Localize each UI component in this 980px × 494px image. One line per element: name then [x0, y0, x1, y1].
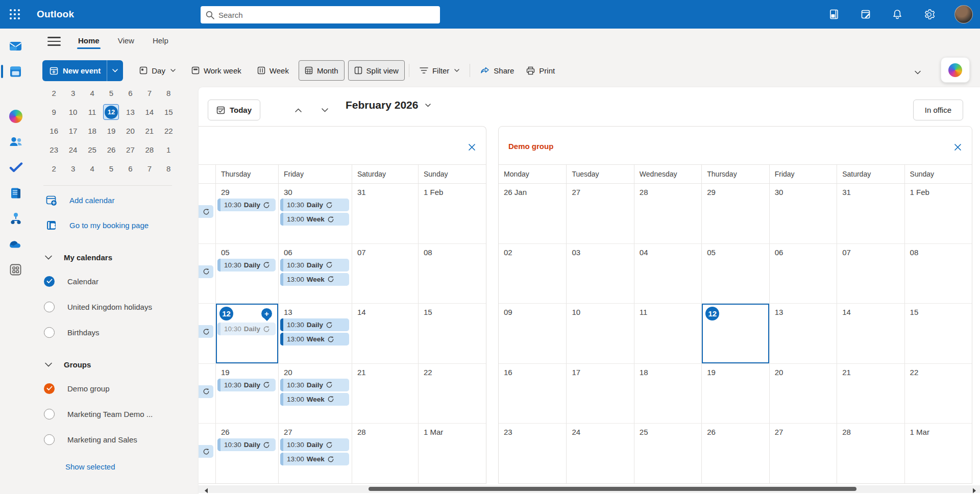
- view-button-split-view[interactable]: Split view: [348, 60, 405, 81]
- mini-calendar-selected-day[interactable]: 12: [103, 104, 119, 120]
- calendar-day-cell[interactable]: 3010:30Daily13:00Week: [278, 184, 352, 243]
- calendar-list-item[interactable]: Birthdays: [31, 319, 199, 345]
- calendar-day-cell[interactable]: 07: [352, 244, 418, 304]
- calendar-day-cell[interactable]: 31: [352, 184, 418, 243]
- mini-calendar-day[interactable]: 11: [85, 105, 100, 120]
- rail-more-apps-icon[interactable]: [5, 259, 27, 280]
- panel-close-icon[interactable]: [464, 140, 479, 154]
- share-button[interactable]: Share: [474, 60, 520, 81]
- mini-calendar-day[interactable]: 20: [122, 124, 138, 139]
- calendar-day-cell[interactable]: 22: [904, 364, 972, 424]
- calendar-day-cell[interactable]: 12+10:30Daily: [215, 304, 278, 363]
- mini-calendar-day[interactable]: 7: [142, 161, 157, 177]
- copilot-button[interactable]: [941, 57, 970, 83]
- clipped-event-pill[interactable]: [199, 265, 213, 278]
- search-input[interactable]: Search: [201, 6, 440, 23]
- calendar-day-cell[interactable]: 19: [701, 364, 769, 424]
- mini-calendar-day[interactable]: 21: [142, 124, 157, 139]
- calendar-day-cell[interactable]: 1 Feb: [904, 184, 972, 243]
- event-pill[interactable]: 13:00Week: [280, 333, 349, 345]
- calendar-day-cell[interactable]: 22: [418, 364, 486, 424]
- calendar-day-cell[interactable]: 27: [769, 424, 837, 483]
- rail-mail-icon[interactable]: [5, 36, 27, 56]
- new-event-button[interactable]: New event: [42, 60, 123, 81]
- calendar-day-cell[interactable]: 21: [837, 364, 904, 424]
- calendar-day-cell[interactable]: 31: [837, 184, 904, 243]
- mini-calendar-day[interactable]: 27: [122, 142, 138, 158]
- calendar-list-item[interactable]: Calendar: [31, 268, 199, 294]
- mini-calendar-day[interactable]: 28: [142, 142, 157, 158]
- calendar-day-cell[interactable]: 0510:30Daily: [215, 244, 278, 304]
- calendar-checkbox-unchecked[interactable]: [44, 409, 55, 419]
- calendar-day-cell[interactable]: 1 Feb: [418, 184, 486, 243]
- event-pill[interactable]: 10:30Daily: [217, 379, 276, 391]
- calendar-day-cell[interactable]: 26: [701, 424, 769, 483]
- mini-calendar-day[interactable]: 1: [161, 142, 176, 158]
- event-pill[interactable]: 10:30Daily: [280, 318, 349, 331]
- event-pill[interactable]: 10:30Daily: [217, 323, 276, 335]
- mini-calendar-day[interactable]: 23: [46, 142, 62, 158]
- mini-calendar-day[interactable]: 5: [104, 161, 119, 177]
- mini-calendar-day[interactable]: 6: [122, 161, 138, 177]
- mini-calendar-day[interactable]: 8: [161, 161, 176, 177]
- today-button[interactable]: Today: [208, 100, 260, 120]
- tab-home[interactable]: Home: [76, 33, 102, 50]
- rail-org-chart-icon[interactable]: [5, 208, 27, 229]
- hamburger-menu-icon[interactable]: [47, 37, 61, 45]
- mini-calendar-day[interactable]: 8: [161, 86, 176, 101]
- calendar-list-item[interactable]: United Kingdom holidays: [31, 294, 199, 319]
- clipped-event-pill[interactable]: [199, 325, 213, 338]
- calendar-day-cell[interactable]: 08: [904, 244, 972, 304]
- mini-calendar-day[interactable]: 10: [65, 105, 81, 120]
- calendar-day-cell[interactable]: 10: [566, 304, 633, 363]
- calendar-day-cell[interactable]: 0610:30Daily13:00Week: [278, 244, 352, 304]
- calendar-day-cell[interactable]: 14: [837, 304, 904, 363]
- calendar-list-item[interactable]: Marketing Team Demo ...: [31, 401, 199, 427]
- clipped-event-pill[interactable]: [199, 385, 213, 398]
- calendar-day-cell[interactable]: 07: [837, 244, 904, 304]
- view-button-day[interactable]: Day: [133, 60, 182, 81]
- mini-calendar-day[interactable]: 3: [65, 86, 81, 101]
- mini-calendar-day[interactable]: 4: [85, 86, 100, 101]
- event-pill[interactable]: 10:30Daily: [217, 438, 276, 451]
- rail-onedrive-icon[interactable]: [5, 234, 27, 254]
- view-button-work-week[interactable]: Work week: [185, 60, 248, 81]
- mini-calendar-day[interactable]: 24: [65, 142, 81, 158]
- calendar-day-cell[interactable]: 05: [701, 244, 769, 304]
- calendar-day-cell[interactable]: 25: [634, 424, 701, 483]
- event-pill[interactable]: 13:00Week: [280, 273, 349, 286]
- clipped-edge-cell[interactable]: [199, 424, 215, 483]
- clipped-edge-cell[interactable]: [199, 364, 215, 424]
- account-avatar[interactable]: [954, 5, 973, 23]
- mini-calendar-day[interactable]: 6: [122, 86, 138, 101]
- rail-copilot-icon[interactable]: [5, 106, 27, 127]
- section-my-calendars[interactable]: My calendars: [31, 246, 199, 268]
- clipped-event-pill[interactable]: [199, 445, 213, 458]
- calendar-day-cell[interactable]: 28: [352, 424, 418, 483]
- mini-calendar-day[interactable]: 25: [85, 142, 100, 158]
- notes-icon[interactable]: [828, 8, 840, 20]
- calendar-day-cell[interactable]: 16: [499, 364, 566, 424]
- calendar-day-cell[interactable]: 18: [634, 364, 701, 424]
- notifications-bell-icon[interactable]: [891, 8, 903, 20]
- calendar-day-cell[interactable]: 12: [701, 304, 769, 363]
- mini-calendar-day[interactable]: 2: [46, 161, 62, 177]
- calendar-day-cell[interactable]: 15: [418, 304, 486, 363]
- mini-calendar-day[interactable]: 7: [142, 86, 157, 101]
- calendar-day-cell[interactable]: 29: [701, 184, 769, 243]
- calendar-checkbox-checked[interactable]: [44, 276, 55, 287]
- mini-calendar-day[interactable]: 4: [85, 161, 100, 177]
- mini-calendar-day[interactable]: 13: [122, 105, 138, 120]
- rail-notebook-icon[interactable]: [5, 183, 27, 203]
- rail-to-do-icon[interactable]: [5, 157, 27, 178]
- presence-status-button[interactable]: In office: [913, 100, 963, 120]
- clipped-edge-cell[interactable]: [199, 244, 215, 304]
- new-event-dropdown[interactable]: [107, 60, 123, 81]
- calendar-day-cell[interactable]: 08: [418, 244, 486, 304]
- calendar-day-cell[interactable]: 2910:30Daily: [215, 184, 278, 243]
- mini-calendar-day[interactable]: 16: [46, 124, 62, 139]
- my-day-tasks-icon[interactable]: [860, 8, 872, 20]
- event-pill[interactable]: 13:00Week: [280, 453, 349, 465]
- calendar-day-cell[interactable]: 1 Mar: [904, 424, 972, 483]
- calendar-day-cell[interactable]: 1 Mar: [418, 424, 486, 483]
